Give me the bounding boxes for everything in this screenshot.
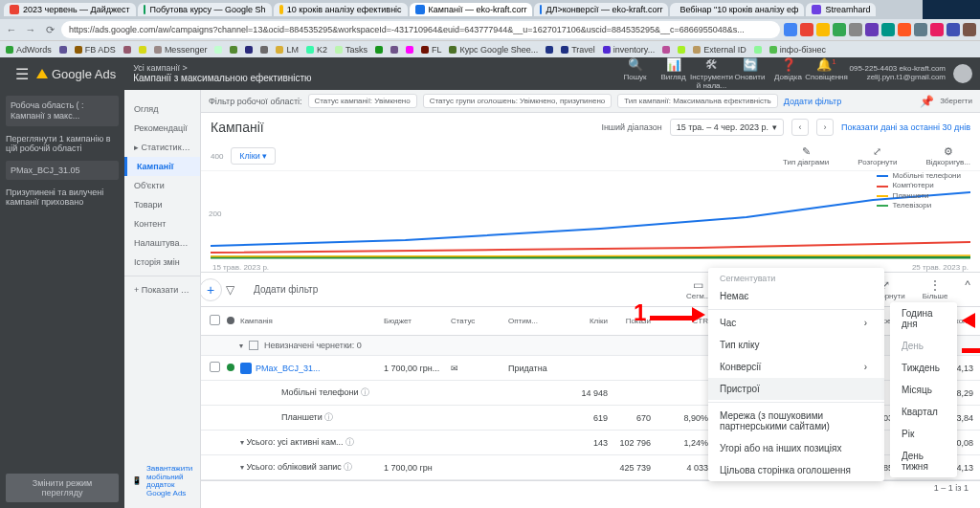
time-submenu-item[interactable]: День тижня <box>890 445 957 477</box>
header-tool[interactable]: 📊Вигляд <box>655 57 693 90</box>
add-filter-label[interactable]: Додати фільтр <box>254 284 318 295</box>
segment-menu-item[interactable]: Угорі або на інших позиціях <box>708 437 884 459</box>
browser-tab[interactable]: ДЛ>конверсії — eko-kraft.corr <box>534 3 668 16</box>
sidebar-item[interactable]: Товари <box>124 195 200 214</box>
time-submenu-item[interactable]: Година дня <box>890 302 957 335</box>
column-header[interactable]: Статус <box>448 317 505 325</box>
filter-chip-type[interactable]: Тип кампанії: Максимальна ефективність <box>617 94 777 108</box>
add-campaign-fab[interactable]: + <box>201 278 222 301</box>
metric-dropdown[interactable]: Кліки ▾ <box>231 147 276 165</box>
sidebar-item[interactable]: Історія змін <box>124 253 200 272</box>
bookmark-item[interactable] <box>59 46 67 54</box>
header-tool[interactable]: 🛠Інструменти й нала... <box>693 57 731 90</box>
bookmark-item[interactable]: Tasks <box>335 45 368 55</box>
column-header[interactable]: Оптим... <box>505 317 563 325</box>
browser-tab[interactable]: Побутова курсу — Google Sh <box>138 3 272 16</box>
table-action[interactable]: ▭Сегм... <box>686 278 710 300</box>
segment-menu-item[interactable]: Час› <box>708 312 884 334</box>
header-tool[interactable]: ❓Довідка <box>769 57 808 90</box>
bookmark-item[interactable] <box>245 46 253 54</box>
bookmark-item[interactable]: AdWords <box>6 45 52 55</box>
url-input[interactable]: https://ads.google.com/aw/campaigns?chan… <box>61 21 780 38</box>
browser-tab[interactable]: 10 кроків аналізу ефективніс <box>274 3 408 16</box>
segment-menu[interactable]: Сегментувати НемаєЧас›Тип клікуКонверсії… <box>708 268 884 481</box>
time-submenu-item[interactable]: Рік <box>890 423 957 445</box>
hamburger-icon[interactable]: ☰ <box>8 65 36 83</box>
column-header[interactable] <box>207 315 224 327</box>
segment-menu-item[interactable]: Пристрої <box>708 378 884 400</box>
bookmark-item[interactable] <box>390 46 398 54</box>
bookmark-item[interactable]: Курс Google Shee... <box>449 45 538 55</box>
avatar[interactable] <box>953 64 972 83</box>
extension-icon[interactable] <box>947 23 960 36</box>
bookmark-item[interactable] <box>406 46 413 54</box>
browser-tab[interactable]: Кампанії — eko-kraft.corr <box>410 3 533 16</box>
last-30-days-link[interactable]: Показати дані за останні 30 днів <box>841 122 970 132</box>
segment-menu-item[interactable]: Конверсії› <box>708 356 884 378</box>
column-header[interactable]: Бюджет <box>381 317 448 325</box>
campaign-name-cell[interactable]: PMax_BCJ_31... <box>237 363 381 374</box>
forward-button[interactable]: → <box>23 22 38 37</box>
column-header[interactable]: Кліки <box>563 317 611 325</box>
add-filter-link[interactable]: Додати фільтр <box>784 97 841 106</box>
header-tool[interactable]: 🔄Оновити <box>731 57 769 90</box>
extension-icon[interactable] <box>898 23 911 36</box>
prev-period-button[interactable]: ‹ <box>791 119 809 136</box>
adjust-chart-button[interactable]: ⚙Відкоригув... <box>925 145 970 166</box>
bookmark-item[interactable]: K2 <box>306 45 327 55</box>
workspace-campaign[interactable]: PMax_BCJ_31.05 <box>6 161 119 181</box>
change-view-button[interactable]: Змінити режим перегляду <box>6 474 119 502</box>
bookmark-item[interactable] <box>754 46 762 54</box>
column-header[interactable]: Кампанія <box>237 317 381 325</box>
segment-menu-item[interactable]: Цільова сторінка оголошення <box>708 459 884 481</box>
time-submenu-item[interactable]: Тиждень <box>890 357 957 379</box>
segment-menu-item[interactable]: Мережа (з пошуковими партнерськими сайта… <box>708 405 884 437</box>
extension-icon[interactable] <box>914 23 927 36</box>
back-button[interactable]: ← <box>4 22 19 37</box>
row-checkbox[interactable] <box>210 362 220 372</box>
sidebar-item[interactable]: Рекомендації <box>124 119 200 138</box>
bookmark-item[interactable] <box>260 46 268 54</box>
header-tool[interactable]: 🔔1Сповіщення <box>808 57 846 90</box>
bookmark-item[interactable] <box>123 46 131 54</box>
save-link[interactable]: Зберегти <box>940 97 972 105</box>
extension-icon[interactable] <box>963 23 976 36</box>
sidebar-item[interactable]: Кампанії <box>124 157 200 176</box>
bookmark-item[interactable]: Travel <box>561 45 595 55</box>
sidebar-item[interactable]: Налаштування <box>124 233 200 253</box>
bookmark-item[interactable] <box>214 46 222 54</box>
table-action[interactable]: ^ <box>965 278 970 300</box>
extension-icon[interactable] <box>816 23 830 36</box>
bookmark-item[interactable]: FB ADS <box>75 45 116 55</box>
header-tool[interactable]: 🔍Пошук <box>616 57 655 90</box>
time-submenu-item[interactable]: Місяць <box>890 379 957 401</box>
bookmark-item[interactable]: Messenger <box>154 45 208 55</box>
reload-button[interactable]: ⟳ <box>42 22 57 37</box>
browser-tab[interactable]: Streamhard <box>806 3 876 16</box>
sidebar-item[interactable]: Огляд <box>124 99 200 119</box>
sidebar-item[interactable]: ▸ Статистика та звіти <box>124 138 200 157</box>
bookmark-item[interactable] <box>546 46 553 54</box>
extension-icon[interactable] <box>865 23 879 36</box>
date-range-picker[interactable]: 15 тра. – 4 чер. 2023 р. ▾ <box>670 119 784 136</box>
filter-chip-adgroup[interactable]: Статус групи оголошень: Увімкнено, призу… <box>423 94 612 108</box>
bookmark-item[interactable]: External ID <box>693 45 746 55</box>
download-app-link[interactable]: 📱 Завантажити мобільний додаток Google A… <box>124 461 200 502</box>
sidebar-item[interactable]: Об'єкти <box>124 176 200 195</box>
funnel-icon[interactable]: ▽ <box>226 283 234 297</box>
bookmark-item[interactable] <box>139 46 146 54</box>
time-submenu-item[interactable]: Квартал <box>890 401 957 423</box>
expand-chart-button[interactable]: ⤢Розгорнути <box>858 145 897 166</box>
segment-menu-item[interactable]: Немає <box>708 285 884 307</box>
column-header[interactable] <box>224 317 237 326</box>
bookmark-item[interactable]: inventory... <box>603 45 655 55</box>
browser-tab[interactable]: Вебінар "10 кроків аналізу еф <box>670 3 804 16</box>
extension-icon[interactable] <box>881 23 895 36</box>
bookmark-item[interactable]: FL <box>421 45 442 55</box>
segment-menu-item[interactable]: Тип кліку <box>708 334 884 356</box>
browser-tab[interactable]: 2023 червень — Дайджест <box>4 3 136 16</box>
bookmark-item[interactable] <box>678 46 685 54</box>
select-all-checkbox[interactable] <box>210 315 220 325</box>
filter-chip-status[interactable]: Статус кампанії: Увімкнено <box>308 94 417 108</box>
bookmark-item[interactable]: inфо-бізнес <box>769 45 826 55</box>
